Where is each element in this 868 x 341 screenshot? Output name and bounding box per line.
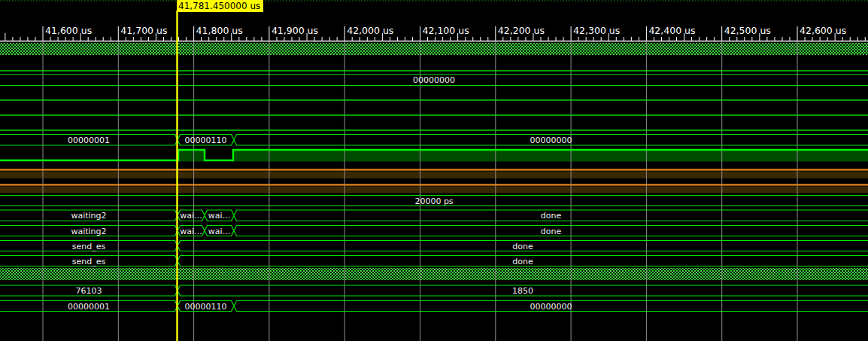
ruler-tick [50, 37, 51, 41]
ruler-time-label: 41,900 us [272, 25, 318, 36]
ruler-tick [314, 37, 315, 41]
ruler-tick [111, 37, 111, 41]
ruler-tick [201, 37, 202, 41]
ruler-tick [510, 37, 511, 41]
ruler-tick [5, 33, 5, 41]
ruler-tick [782, 37, 782, 41]
ruler-tick [593, 37, 594, 41]
ruler-tick [246, 37, 247, 41]
wave-row-bus-cmd[interactable]: 000000010000011000000000 [0, 135, 868, 146]
ruler-tick [253, 37, 254, 41]
ruler-tick [812, 37, 813, 41]
ruler-tick [857, 37, 858, 41]
wave-row-scalar-low-2[interactable] [0, 99, 868, 100]
ruler-tick [774, 37, 775, 41]
ruler-tick [344, 26, 345, 41]
ruler-tick [525, 37, 526, 41]
bus-value-label: 00000001 [68, 135, 110, 145]
wave-row-bus-state-c[interactable]: send_esdone [0, 241, 868, 251]
ruler-tick [805, 37, 806, 41]
ruler-tick [639, 37, 639, 41]
ruler-tick [337, 37, 338, 41]
timeline-ruler[interactable]: 41,600 us41,700 us41,800 us41,900 us42,0… [0, 1, 868, 41]
bus-value-label: done [541, 227, 562, 236]
ruler-tick [714, 37, 715, 41]
scalar-trace [0, 129, 868, 130]
ruler-tick [827, 37, 828, 41]
ruler-tick [269, 26, 269, 41]
bus-outline [0, 210, 868, 221]
ruler-tick [223, 37, 224, 41]
ruler-tick [141, 37, 141, 41]
ruler-tick [276, 37, 277, 41]
ruler-tick [472, 37, 473, 41]
ruler-tick [397, 37, 398, 41]
ruler-tick [624, 37, 624, 41]
ruler-tick [691, 37, 692, 41]
ruler-tick [842, 37, 843, 41]
wave-row-bus-state-a[interactable]: waiting2wai...wai...done [0, 210, 868, 221]
bus-outline [0, 301, 868, 312]
ruler-time-label: 41,800 us [196, 25, 243, 36]
ruler-tick [789, 37, 790, 41]
ruler-tick [427, 37, 428, 41]
ruler-tick [540, 37, 541, 41]
wave-row-bus-state-d[interactable]: send_esdone [0, 256, 868, 266]
ruler-tick [126, 37, 126, 41]
ruler-tick [729, 37, 730, 41]
xstate-line [0, 169, 868, 170]
hatch-band [0, 43, 868, 55]
waveform-canvas[interactable]: 41,600 us41,700 us41,800 us41,900 us42,0… [0, 0, 868, 341]
wave-row-scalar-low-1[interactable] [0, 70, 868, 71]
wave-row-bus-constant-1[interactable]: 00000000 [0, 75, 868, 86]
bus-outline [0, 285, 868, 296]
ruler-tick [676, 37, 677, 41]
ruler-tick [661, 37, 662, 41]
bus-value-label: wai... [180, 227, 202, 236]
wave-row-xstate-band-2[interactable] [0, 184, 868, 185]
cursor-line[interactable] [176, 11, 178, 341]
ruler-tick [556, 37, 557, 41]
ruler-tick [133, 37, 134, 41]
ruler-tick [797, 26, 798, 41]
bus-outline [0, 226, 868, 236]
ruler-tick [390, 37, 390, 41]
ruler-tick [601, 37, 602, 41]
ruler-tick [238, 37, 239, 41]
high-level-fill [178, 150, 205, 162]
ruler-tick [322, 37, 323, 41]
ruler-tick [12, 37, 13, 41]
ruler-tick [586, 37, 587, 41]
wave-row-bus-cmd-copy[interactable]: 000000010000011000000000 [0, 301, 868, 312]
ruler-tick [43, 26, 44, 41]
ruler-tick [65, 37, 66, 41]
ruler-tick [291, 37, 292, 41]
ruler-tick [721, 26, 722, 41]
ruler-tick [616, 37, 617, 41]
ruler-tick [299, 37, 300, 41]
bus-value-label: 00000110 [185, 135, 227, 145]
ruler-time-label: 42,300 us [573, 25, 620, 36]
ruler-tick [450, 37, 451, 41]
ruler-tick [563, 37, 564, 41]
bus-outline [0, 241, 868, 251]
ruler-tick [375, 37, 375, 41]
ruler-tick [216, 37, 217, 41]
ruler-tick [487, 37, 488, 41]
ruler-tick [850, 37, 851, 41]
wave-row-bus-counter[interactable]: 761031850 [0, 285, 868, 296]
ruler-time-label: 42,000 us [347, 25, 393, 36]
ruler-tick [186, 37, 187, 41]
ruler-tick [96, 37, 96, 41]
wave-row-scalar-low-4[interactable] [0, 129, 868, 130]
bus-outline [0, 135, 868, 146]
wave-row-bus-period[interactable]: 20000 ps [0, 196, 868, 206]
wave-row-scalar-low-3[interactable] [0, 114, 868, 115]
wave-row-bus-state-b[interactable]: waiting2wai...wai...done [0, 226, 868, 236]
bus-value-label: done [512, 257, 533, 266]
ruler-time-label: 42,500 us [724, 25, 771, 36]
bus-value-label: 00000110 [185, 302, 227, 312]
wave-row-xstate-band-1[interactable] [0, 169, 868, 170]
cursor-time-label[interactable]: 41,781.450000 us [177, 0, 263, 12]
ruler-baseline [0, 41, 868, 42]
